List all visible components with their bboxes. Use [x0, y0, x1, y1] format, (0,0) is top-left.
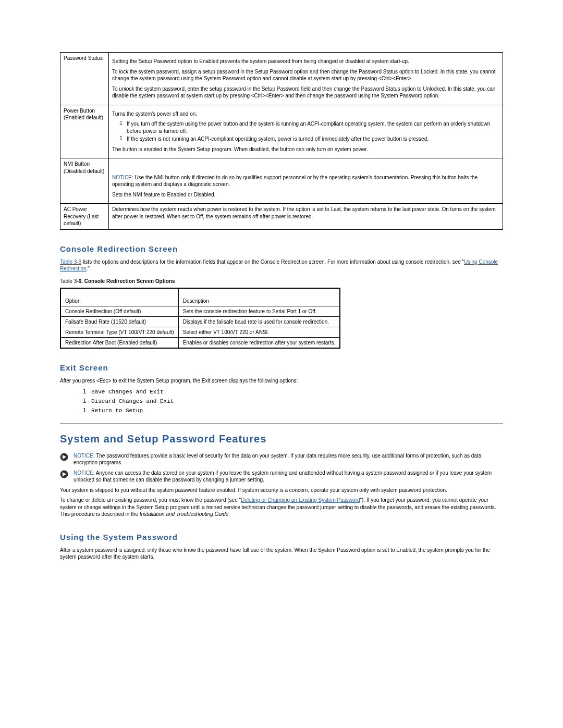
- option-name: NMI Button (Disabled default): [60, 158, 109, 204]
- table-row: Failsafe Baud Rate (11520 default) Displ…: [60, 317, 340, 327]
- notice-paragraph: NOTICE: Use the NMI button only if direc…: [112, 174, 499, 188]
- options-table: Password Status Setting the Setup Passwo…: [60, 52, 503, 230]
- paragraph: Your system is shipped to you without th…: [60, 487, 503, 494]
- separator: [60, 423, 503, 424]
- deleting-changing-password-link[interactable]: Deleting or Changing an Existing System …: [241, 497, 360, 503]
- paragraph: To unlock the system password, enter the…: [112, 85, 499, 100]
- table-3-6-link[interactable]: Table 3-6: [60, 259, 81, 265]
- list-item: Save Changes and Exit: [91, 389, 503, 395]
- description-cell: Displays if the failsafe baud rate is us…: [178, 317, 340, 327]
- notice-text: NOTICE: The password features provide a …: [74, 452, 503, 466]
- option-name: AC Power Recovery (Last default): [60, 204, 109, 230]
- notice-text: NOTICE: Anyone can access the data store…: [74, 470, 503, 484]
- option-name: Password Status: [60, 53, 109, 105]
- password-features-heading: System and Setup Password Features: [60, 433, 503, 445]
- option-description: Turns the system's power off and on. If …: [109, 105, 503, 158]
- paragraph: Table 3-6 lists the options and descript…: [60, 258, 503, 273]
- description-cell: Sets the console redirection feature to …: [178, 306, 340, 317]
- notice-icon: [60, 453, 68, 461]
- list-item: Discard Changes and Exit: [91, 398, 503, 404]
- exit-screen-heading: Exit Screen: [60, 363, 503, 372]
- table-row: Password Status Setting the Setup Passwo…: [60, 53, 503, 105]
- notice-block: NOTICE: Anyone can access the data store…: [60, 470, 503, 484]
- paragraph: Setting the Setup Password option to Ena…: [112, 58, 499, 65]
- list-item: Return to Setup: [91, 408, 503, 414]
- paragraph: [112, 164, 499, 171]
- table-row: Console Redirection (Off default) Sets t…: [60, 306, 340, 317]
- notice-icon: [60, 470, 68, 478]
- list-item: If you turn off the system using the pow…: [127, 120, 499, 134]
- description-cell: Enables or disables console redirection …: [178, 338, 340, 349]
- list-item: If the system is not running an ACPI-com…: [127, 135, 499, 143]
- bullet-list: If you turn off the system using the pow…: [112, 120, 499, 143]
- paragraph: Turns the system's power off and on.: [112, 110, 499, 118]
- option-cell: Failsafe Baud Rate (11520 default): [60, 317, 178, 327]
- paragraph: Sets the NMI feature to Enabled or Disab…: [112, 191, 499, 199]
- notice-label: NOTICE:: [112, 175, 133, 180]
- console-redirection-heading: Console Redirection Screen: [60, 244, 503, 253]
- column-header-option: Option: [60, 288, 178, 306]
- notice-label: NOTICE:: [74, 453, 95, 459]
- table-row: AC Power Recovery (Last default) Determi…: [60, 204, 503, 230]
- notice-label: NOTICE:: [74, 470, 95, 476]
- paragraph: To change or delete an existing password…: [60, 497, 503, 518]
- console-options-table: Option Description Console Redirection (…: [60, 288, 340, 349]
- column-header-description: Description: [178, 288, 340, 306]
- paragraph: After you press <Esc> to exit the System…: [60, 377, 503, 385]
- option-cell: Remote Terminal Type (VT 100/VT 220 defa…: [60, 327, 178, 338]
- notice-block: NOTICE: The password features provide a …: [60, 452, 503, 466]
- option-description: Determines how the system reacts when po…: [109, 204, 503, 230]
- table-row: Redirection After Boot (Enabled default)…: [60, 338, 340, 349]
- option-description: Setting the Setup Password option to Ena…: [109, 53, 503, 105]
- table-row: NMI Button (Disabled default) NOTICE: Us…: [60, 158, 503, 204]
- paragraph: After a system password is assigned, onl…: [60, 547, 503, 561]
- table-row: Power Button (Enabled default) Turns the…: [60, 105, 503, 158]
- exit-options-list: Save Changes and Exit Discard Changes an…: [60, 389, 503, 414]
- table-header-row: Option Description: [60, 288, 340, 306]
- table-row: Remote Terminal Type (VT 100/VT 220 defa…: [60, 327, 340, 338]
- option-description: NOTICE: Use the NMI button only if direc…: [109, 158, 503, 204]
- option-cell: Console Redirection (Off default): [60, 306, 178, 317]
- using-system-password-heading: Using the System Password: [60, 533, 503, 541]
- paragraph: To lock the system password, assign a se…: [112, 68, 499, 82]
- option-cell: Redirection After Boot (Enabled default): [60, 338, 178, 349]
- table-caption: Table 3-6. Console Redirection Screen Op…: [60, 278, 503, 285]
- option-name: Power Button (Enabled default): [60, 105, 109, 158]
- description-cell: Select either VT 100/VT 220 or ANSI.: [178, 327, 340, 338]
- paragraph: The button is enabled in the System Setu…: [112, 146, 499, 153]
